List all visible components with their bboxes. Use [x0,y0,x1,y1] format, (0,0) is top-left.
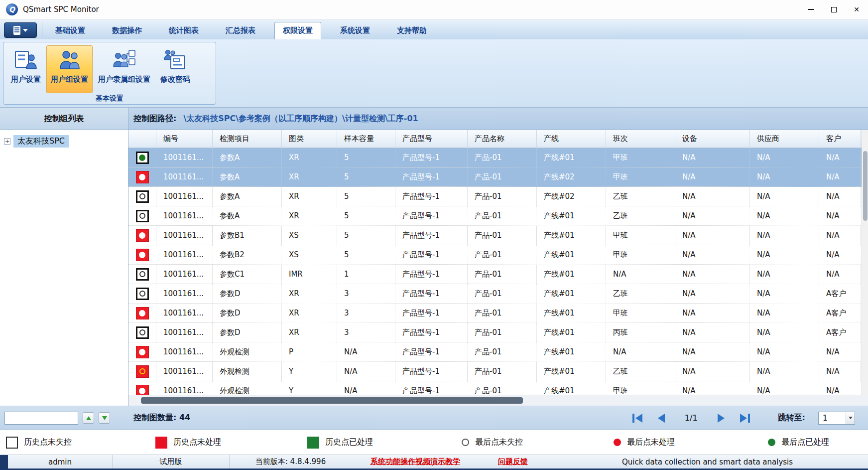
table-row[interactable]: 1001161...参数AXR5产品型号-1产品-01产线#02甲班N/AN/A… [128,167,868,187]
license-type: 试用版 [113,455,230,469]
pagination-bar: 控制图数量: 44 1/1 跳转至: 1 [0,406,868,430]
application-menu-button[interactable] [4,22,37,38]
previous-page-button[interactable] [653,412,670,425]
status-dot-icon [139,174,145,180]
table-row[interactable]: 1001161...参数DXR3产品型号-1产品-01产线#01丙班N/AN/A… [128,323,868,342]
table-cell: N/A [750,226,819,245]
table-cell: 产品型号-1 [395,226,468,245]
search-down-button[interactable] [99,412,110,424]
status-cell [128,245,156,264]
control-group-panel-title: 控制组列表 [0,108,128,130]
maximize-button[interactable] [822,0,845,19]
table-row[interactable]: 1001161...参数B2XS5产品型号-1产品-01产线#01甲班N/AN/… [128,245,868,265]
table-cell: XR [282,304,337,322]
horizontal-scrollbar[interactable] [128,395,868,406]
table-cell: 产品型号-1 [395,148,468,167]
white-square-icon [6,437,18,449]
table-cell: IMR [282,265,337,284]
close-button[interactable]: ✕ [845,0,868,19]
status-cell [128,362,156,381]
table-cell: N/A [675,206,750,225]
tab-data-operations[interactable]: 数据操作 [104,22,150,39]
user-membership-settings-button[interactable]: 用户隶属组设置 [94,45,155,93]
app-logo-icon: Q [6,3,18,15]
horizontal-scrollbar-thumb[interactable] [141,397,523,404]
table-cell: 1 [337,265,395,284]
table-cell: 产线#02 [537,187,606,206]
status-cell [128,342,156,361]
table-cell: 丙班 [606,323,675,342]
green-square-icon [307,437,319,449]
table-row[interactable]: 1001161...参数C1IMR1产品型号-1产品-01产线#01N/AN/A… [128,265,868,284]
table-cell: 产线#01 [537,342,606,361]
jump-to-select[interactable]: 1 [818,412,855,425]
tree-expander-icon[interactable]: + [4,138,10,145]
table-cell: 外观检测 [213,381,282,395]
table-cell: N/A [819,265,861,284]
table-cell: 1001161... [156,167,213,186]
status-dot-icon [139,193,145,199]
user-settings-icon [14,49,37,71]
table-cell: 参数B1 [213,226,282,245]
table-cell: N/A [750,206,819,225]
vertical-scrollbar[interactable] [862,130,868,395]
table-cell: 外观检测 [213,342,282,361]
table-row[interactable]: 1001161...参数DXR3产品型号-1产品-01产线#01甲班N/AN/A… [128,304,868,323]
first-page-button[interactable] [629,412,646,425]
column-header: 设备 [675,130,750,148]
table-cell: 产线#01 [537,284,606,303]
change-password-button[interactable]: 修改密码 [156,45,195,93]
minimize-button[interactable] [799,0,822,19]
search-up-button[interactable] [83,412,94,424]
table-row[interactable]: 1001161...参数AXR5产品型号-1产品-01产线#01甲班N/AN/A… [128,148,868,167]
status-cell [128,148,156,167]
table-row[interactable]: 1001161...参数DXR3产品型号-1产品-01产线#01乙班N/AN/A… [128,284,868,304]
slogan-text: Quick data collection and smart data ana… [547,458,868,467]
user-group-settings-button[interactable]: 用户组设置 [46,45,93,93]
table-row[interactable]: 1001161...参数AXR5产品型号-1产品-01产线#02乙班N/AN/A… [128,187,868,206]
table-cell: 1001161... [156,284,213,303]
table-cell: N/A [819,381,861,395]
table-cell: 5 [337,245,395,264]
table-cell: Y [282,362,337,381]
table-cell: A客户 [819,304,861,322]
arrow-up-icon [86,416,91,420]
table-row[interactable]: 1001161...外观检测YN/A产品型号-1产品-01产线#01乙班N/AN… [128,362,868,381]
control-chart-table: 编号检测项目图类样本容量产品型号产品名称产线班次设备供应商客户 1001161.… [128,130,868,395]
table-cell: N/A [750,381,819,395]
table-cell: 产线#01 [537,206,606,225]
table-cell: 参数D [213,284,282,303]
next-page-button[interactable] [713,412,730,425]
table-cell: 产品-01 [468,226,537,245]
user-settings-button[interactable]: 用户设置 [6,45,45,93]
table-row[interactable]: 1001161...参数B1XS5产品型号-1产品-01产线#01甲班N/AN/… [128,226,868,245]
table-cell: XS [282,226,337,245]
table-cell: N/A [819,167,861,186]
tab-statistical-charts[interactable]: 统计图表 [161,22,207,39]
jump-to-label: 跳转至: [778,413,805,423]
table-cell: 5 [337,148,395,167]
tree-search-input[interactable] [4,412,78,425]
table-row[interactable]: 1001161...参数AXR5产品型号-1产品-01产线#01乙班N/AN/A… [128,206,868,226]
table-cell: N/A [750,187,819,206]
table-row[interactable]: 1001161...外观检测PN/A产品型号-1产品-01产线#01N/AN/A… [128,342,868,362]
tree-node-root[interactable]: + 太友科技SPC [4,135,128,148]
table-cell: N/A [750,265,819,284]
video-tutorial-link[interactable]: 系统功能操作视频演示教学 [352,457,479,467]
table-cell: N/A [675,342,750,361]
vertical-scrollbar-thumb[interactable] [863,151,868,221]
feedback-link[interactable]: 问题反馈 [479,457,547,467]
tab-basic-settings[interactable]: 基础设置 [47,22,93,39]
tree-search-zone [0,412,128,425]
table-cell: 参数B2 [213,245,282,264]
column-header: 班次 [606,130,675,148]
tab-permission-settings[interactable]: 权限设置 [274,22,321,39]
tab-support-help[interactable]: 支持帮助 [389,22,435,39]
table-cell: N/A [675,148,750,167]
table-row[interactable]: 1001161...外观检测YN/A产品型号-1产品-01产线#01甲班N/AN… [128,381,868,395]
tab-summary-reports[interactable]: 汇总报表 [218,22,263,39]
tab-system-settings[interactable]: 系统设置 [332,22,378,39]
column-header: 编号 [156,130,213,148]
last-page-button[interactable] [737,412,753,425]
tree-node-label[interactable]: 太友科技SPC [13,135,69,148]
